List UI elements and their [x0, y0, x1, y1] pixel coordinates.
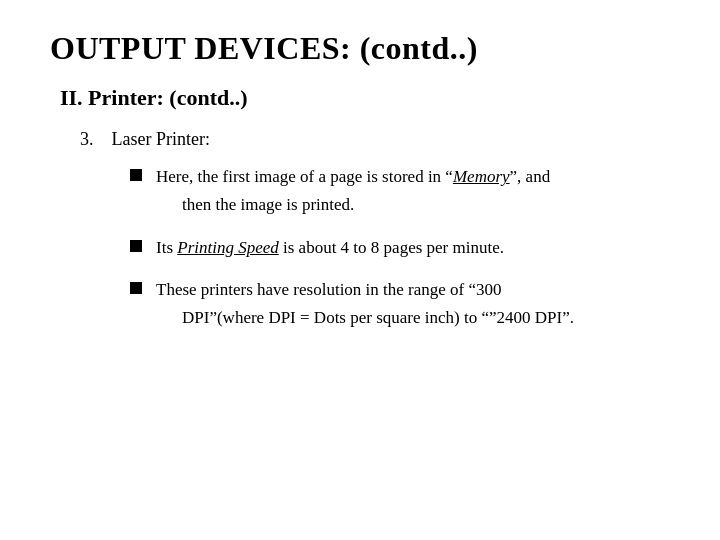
bullet-text-1: Here, the first image of a page is store…	[156, 164, 550, 219]
numbered-item: 3. Laser Printer:	[80, 129, 670, 150]
list-item: These printers have resolution in the ra…	[130, 277, 670, 332]
list-item: Its Printing Speed is about 4 to 8 pages…	[130, 235, 670, 261]
bullet-square-icon	[130, 282, 142, 294]
bullet-list: Here, the first image of a page is store…	[130, 164, 670, 338]
bullet-square-icon	[130, 240, 142, 252]
memory-text: Memory	[453, 167, 510, 186]
printing-speed-text: Printing Speed	[177, 238, 279, 257]
main-title: OUTPUT DEVICES: (contd..)	[50, 30, 670, 67]
bullet-text-2: Its Printing Speed is about 4 to 8 pages…	[156, 235, 504, 261]
bullet-square-icon	[130, 169, 142, 181]
bullet-continuation-3: DPI”(where DPI = Dots per square inch) t…	[182, 305, 574, 331]
item-label: Laser Printer:	[112, 129, 210, 149]
list-item: Here, the first image of a page is store…	[130, 164, 670, 219]
bullet-continuation-1: then the image is printed.	[182, 192, 550, 218]
section-title: II. Printer: (contd..)	[60, 85, 670, 111]
item-number: 3.	[80, 129, 94, 149]
bullet-text-3: These printers have resolution in the ra…	[156, 277, 574, 332]
slide: OUTPUT DEVICES: (contd..) II. Printer: (…	[0, 0, 720, 540]
